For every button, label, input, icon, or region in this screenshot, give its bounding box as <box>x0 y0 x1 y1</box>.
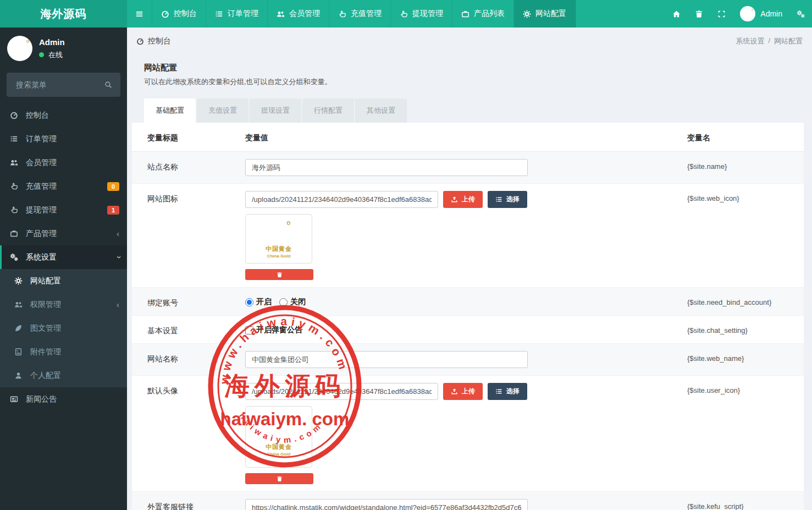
logo-text-en: China Gold <box>267 452 291 457</box>
users-icon <box>13 300 24 309</box>
user-name: Admin <box>760 9 782 18</box>
sidebar-item-withdraw[interactable]: 提现管理 1 <box>0 198 127 222</box>
row-label: 网站名称 <box>147 351 245 368</box>
user-icon-path-input[interactable] <box>245 383 438 400</box>
breadcrumb-parent[interactable]: 系统设置 <box>736 36 764 46</box>
topnav-right: Admin <box>665 0 812 28</box>
tab-other-settings[interactable]: 其他设置 <box>355 98 407 123</box>
topnav-item-dashboard[interactable]: 控制台 <box>152 0 206 28</box>
sidebar-item-orders[interactable]: 订单管理 <box>0 127 127 151</box>
topnav-label: 充值管理 <box>351 9 382 19</box>
system-settings-submenu: 网站配置 权限管理 ‹ 图文管理 附件管理 个人配置 <box>0 269 127 387</box>
topnav-label: 产品列表 <box>474 9 505 19</box>
fullscreen-button[interactable] <box>710 0 733 28</box>
topnav-item-site-config[interactable]: 网站配置 <box>514 0 576 28</box>
sidebar-subitem-permissions[interactable]: 权限管理 ‹ <box>0 293 127 316</box>
topnav-item-withdraw[interactable]: 提现管理 <box>391 0 452 28</box>
choose-label: 选择 <box>506 387 520 396</box>
withdraw-badge: 1 <box>107 206 119 215</box>
topnav-item-recharge[interactable]: 充值管理 <box>329 0 391 28</box>
web-name-input[interactable] <box>245 351 528 368</box>
tab-withdraw-settings[interactable]: 提现设置 <box>250 98 301 123</box>
row-label: 外置客服链接 <box>147 499 245 510</box>
topnav-label: 会员管理 <box>289 9 320 19</box>
sidebar-item-system-settings[interactable]: 系统设置 ‹ <box>0 245 127 269</box>
sidebar-subitem-profile[interactable]: 个人配置 <box>0 364 127 387</box>
search-input[interactable] <box>15 80 104 90</box>
upload-button[interactable]: 上传 <box>443 383 483 400</box>
chevron-left-icon: ‹ <box>117 300 119 309</box>
choose-button[interactable]: 选择 <box>488 191 527 208</box>
upload-label: 上传 <box>462 387 475 396</box>
site-name-input[interactable] <box>245 159 528 176</box>
tab-basic-config[interactable]: 基础配置 <box>144 98 196 123</box>
sidebar-item-dashboard[interactable]: 控制台 <box>0 103 127 127</box>
var-name: {$site.need_bind_account} <box>687 295 804 308</box>
topnav-label: 提现管理 <box>412 9 443 19</box>
china-gold-logo <box>266 417 291 442</box>
breadcrumb-separator: / <box>768 36 770 46</box>
sidebar-item-label: 提现管理 <box>26 205 57 215</box>
recharge-badge: 0 <box>107 182 119 191</box>
sidebar-item-members[interactable]: 会员管理 <box>0 151 127 174</box>
kefu-link-input[interactable] <box>245 499 528 510</box>
user-menu[interactable]: Admin <box>733 6 789 21</box>
web-icon-preview[interactable]: 中国黄金 China Gold <box>245 214 312 264</box>
gear-icon <box>523 10 531 18</box>
sidebar-subitem-media[interactable]: 图文管理 <box>0 316 127 340</box>
col-var-title: 变量标题 <box>147 133 245 143</box>
topnav-label: 订单管理 <box>228 9 258 19</box>
popup-notice-checkbox[interactable] <box>245 326 253 334</box>
table-row: 基本设置 开启弹窗公告 {$site.chat_setting} <box>132 316 804 344</box>
admin-app: 海外源码 控制台 订单管理 会员管理 充值管理 提现管理 产品列表 <box>0 0 812 510</box>
table-row: 站点名称 {$site.name} <box>132 152 804 184</box>
upload-button[interactable]: 上传 <box>443 191 483 208</box>
upload-label: 上传 <box>462 195 475 204</box>
var-name: {$site.web_icon} <box>687 191 804 280</box>
web-icon-path-input[interactable] <box>245 191 438 208</box>
gears-icon <box>9 253 19 261</box>
file-image-icon <box>13 348 24 356</box>
sidebar-subitem-site-config[interactable]: 网站配置 <box>0 269 127 293</box>
china-gold-logo <box>266 219 291 244</box>
dashboard-icon <box>161 10 169 18</box>
delete-image-button[interactable] <box>245 473 313 484</box>
sidebar-item-label: 产品管理 <box>26 229 57 239</box>
row-label: 基本设置 <box>147 323 245 336</box>
sidebar-user-name: Admin <box>39 37 65 47</box>
user-icon-preview[interactable]: 中国黄金 China Gold <box>245 406 312 468</box>
sidebar-item-recharge[interactable]: 充值管理 0 <box>0 174 127 198</box>
clear-cache-button[interactable] <box>688 0 710 28</box>
search-icon[interactable] <box>104 81 112 89</box>
sidebar-subitem-attachments[interactable]: 附件管理 <box>0 340 127 364</box>
bind-off-option[interactable]: 关闭 <box>279 297 306 307</box>
sidebar-item-label: 订单管理 <box>26 134 57 144</box>
topnav-item-orders[interactable]: 订单管理 <box>206 0 268 28</box>
home-button[interactable] <box>665 0 688 28</box>
sidebar-item-news[interactable]: 新闻公告 <box>0 387 127 411</box>
row-label: 绑定账号 <box>147 295 245 308</box>
main-content: 网站配置 可以在此增改系统的变量和分组,也可以自定义分组和变量。 基础配置 充值… <box>132 55 804 510</box>
tab-market-config[interactable]: 行情配置 <box>302 98 354 123</box>
sidebar-item-label: 充值管理 <box>26 182 57 191</box>
settings-button[interactable] <box>789 0 812 28</box>
brand-logo[interactable]: 海外源码 <box>0 0 127 28</box>
sidebar-item-products[interactable]: 产品管理 ‹ <box>0 222 127 245</box>
radio-on[interactable] <box>245 298 253 306</box>
gold-logo-icon <box>742 8 754 20</box>
gold-logo-icon <box>9 38 30 59</box>
tab-recharge-settings[interactable]: 充值设置 <box>197 98 248 123</box>
delete-image-button[interactable] <box>245 269 313 280</box>
choose-button[interactable]: 选择 <box>488 383 527 400</box>
topnav-item-products[interactable]: 产品列表 <box>452 0 514 28</box>
radio-on-label: 开启 <box>256 297 272 307</box>
topnav-item-members[interactable]: 会员管理 <box>268 0 329 28</box>
popup-notice-checkbox-option[interactable]: 开启弹窗公告 <box>245 325 302 335</box>
hand-icon <box>9 206 19 214</box>
sidebar-toggle-button[interactable] <box>127 0 152 28</box>
expand-icon <box>717 10 726 18</box>
bind-on-option[interactable]: 开启 <box>245 297 272 307</box>
page-title: 网站配置 <box>132 55 804 73</box>
breadcrumb-left[interactable]: 控制台 <box>136 36 171 46</box>
radio-off[interactable] <box>279 298 288 306</box>
